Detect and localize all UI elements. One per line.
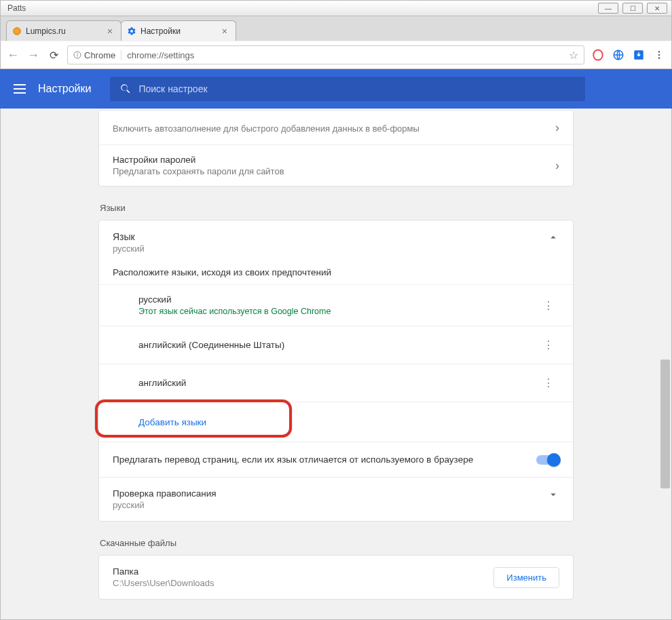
translate-toggle[interactable]	[536, 455, 559, 465]
close-tab-icon[interactable]: ×	[105, 26, 115, 37]
browser-toolbar: ← → ⟳ Chrome chrome://settings ☆	[0, 41, 672, 69]
site-info[interactable]: Chrome	[73, 50, 122, 60]
folder-path: C:\Users\User\Downloads	[113, 578, 214, 588]
settings-content: Включить автозаполнение для быстрого доб…	[0, 109, 672, 620]
settings-search[interactable]	[110, 77, 585, 101]
spellcheck-title: Проверка правописания	[113, 488, 217, 499]
close-window-button[interactable]: ✕	[647, 3, 667, 14]
scrollbar-thumb[interactable]	[660, 360, 670, 488]
minimize-button[interactable]: —	[598, 3, 618, 14]
section-languages-label: Языки	[100, 203, 574, 213]
globe-icon[interactable]	[612, 48, 625, 62]
window-titlebar: Patts — ☐ ✕	[0, 0, 672, 16]
maximize-button[interactable]: ☐	[622, 3, 643, 14]
autofill-row[interactable]: Включить автозаполнение для быстрого доб…	[99, 111, 573, 144]
browser-tabs: Lumpics.ru × Настройки ×	[0, 16, 672, 41]
tab-lumpics[interactable]: Lumpics.ru ×	[6, 20, 122, 41]
tab-label: Настройки	[141, 26, 181, 36]
browser-menu-icon[interactable]	[652, 48, 666, 62]
svg-point-1	[77, 53, 78, 54]
tab-label: Lumpics.ru	[26, 26, 66, 36]
language-instruction: Расположите языки, исходя из своих предп…	[99, 263, 573, 284]
language-item-english-us: английский (Соединенные Штаты) ⋮	[99, 326, 573, 364]
more-options-icon[interactable]: ⋮	[538, 296, 559, 315]
close-tab-icon[interactable]: ×	[219, 26, 230, 37]
svg-point-3	[593, 50, 603, 60]
chevron-right-icon: ›	[555, 121, 559, 135]
language-item-english: английский ⋮	[99, 364, 573, 402]
folder-label: Папка	[113, 566, 214, 577]
section-downloads-label: Скачанные файлы	[100, 538, 574, 548]
chevron-down-icon	[547, 488, 559, 510]
svg-point-6	[658, 51, 660, 53]
back-button[interactable]: ←	[6, 48, 20, 62]
search-input[interactable]	[138, 83, 576, 94]
bookmark-star-icon[interactable]: ☆	[569, 49, 578, 62]
spellcheck-subtitle: русский	[113, 500, 217, 510]
more-options-icon[interactable]: ⋮	[538, 336, 559, 354]
svg-point-8	[658, 57, 660, 59]
autofill-card: Включить автозаполнение для быстрого доб…	[98, 111, 574, 187]
language-title: Язык	[113, 231, 145, 242]
search-icon	[119, 83, 132, 95]
gear-icon	[127, 26, 136, 36]
language-name: русский	[138, 294, 331, 305]
language-status: Этот язык сейчас используется в Google C…	[138, 307, 331, 316]
translate-toggle-row: Предлагать перевод страниц, если их язык…	[99, 442, 573, 477]
passwords-subtitle: Предлагать сохранять пароли для сайтов	[113, 166, 284, 176]
language-name: английский (Соединенные Штаты)	[138, 340, 284, 350]
translate-label: Предлагать перевод страниц, если их язык…	[113, 454, 473, 465]
forward-button[interactable]: →	[26, 48, 40, 62]
language-item-russian: русский Этот язык сейчас используется в …	[99, 284, 573, 326]
url-text: chrome://settings	[127, 50, 194, 60]
drag-handle-icon[interactable]: ⋮	[538, 374, 559, 392]
reload-button[interactable]: ⟳	[47, 49, 60, 62]
passwords-title: Настройки паролей	[113, 155, 284, 165]
lumpics-icon	[12, 26, 22, 36]
address-bar[interactable]: Chrome chrome://settings ☆	[67, 45, 584, 64]
autofill-subtitle: Включить автозаполнение для быстрого доб…	[113, 123, 419, 134]
opera-icon[interactable]	[591, 48, 605, 62]
add-language-row: Добавить языки	[99, 402, 573, 442]
language-name: английский	[138, 378, 186, 388]
menu-icon[interactable]	[14, 84, 26, 94]
downloads-folder-row: Папка C:\Users\User\Downloads Изменить	[99, 556, 573, 599]
downloads-card: Папка C:\Users\User\Downloads Изменить	[98, 555, 574, 600]
settings-header: Настройки	[0, 69, 672, 109]
language-header-row[interactable]: Язык русский	[99, 220, 573, 263]
chevron-right-icon: ›	[555, 159, 559, 173]
passwords-row[interactable]: Настройки паролей Предлагать сохранять п…	[99, 144, 573, 186]
page-title: Настройки	[38, 83, 91, 95]
app-name: Patts	[7, 3, 26, 13]
download-icon[interactable]	[632, 48, 646, 62]
languages-card: Язык русский Расположите языки, исходя и…	[98, 220, 574, 522]
language-subtitle: русский	[113, 244, 145, 254]
svg-rect-2	[77, 55, 78, 57]
chevron-up-icon[interactable]	[547, 231, 559, 254]
tab-settings[interactable]: Настройки ×	[121, 20, 236, 41]
svg-point-7	[658, 54, 660, 56]
change-folder-button[interactable]: Изменить	[493, 567, 559, 588]
add-languages-link[interactable]: Добавить языки	[138, 417, 206, 427]
spellcheck-row[interactable]: Проверка правописания русский	[99, 477, 573, 521]
